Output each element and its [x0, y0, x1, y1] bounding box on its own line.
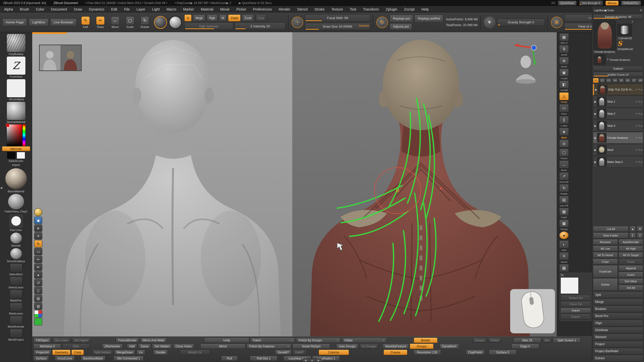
bottom-button[interactable]: BackfaceMask: [81, 356, 105, 361]
bottom-button[interactable]: [460, 344, 510, 349]
bottom-button[interactable]: [106, 356, 112, 361]
material-basic[interactable]: BasicMaterial: [5, 168, 27, 193]
section-header-button[interactable]: Merge: [593, 299, 643, 305]
split-screen-slider[interactable]: Split Screen 1: [553, 338, 581, 343]
grid-button[interactable]: ▦: [558, 264, 570, 272]
pencil-tool[interactable]: ✏: [34, 256, 42, 263]
clipboard-tool[interactable]: ▥: [34, 302, 42, 310]
zadd-chip[interactable]: Zadd: [228, 15, 240, 21]
bottom-button[interactable]: [442, 350, 465, 355]
bottom-button[interactable]: [195, 344, 199, 349]
bottom-button[interactable]: Groups: [472, 338, 487, 343]
bottom-button[interactable]: [85, 350, 91, 355]
dynamic-badge[interactable]: Dynamic: [359, 24, 369, 27]
bottom-button[interactable]: [380, 344, 382, 349]
subtool-action-button[interactable]: All To Home: [593, 252, 618, 258]
bottom-button[interactable]: [146, 350, 152, 355]
default-zscript-button[interactable]: DefaultZScr: [621, 1, 641, 6]
rotate-view-button[interactable]: ↻ Rotate: [558, 184, 570, 195]
menu-item[interactable]: Zscript: [404, 7, 415, 11]
paintbrush-icon[interactable]: ✐: [635, 100, 637, 103]
eye-icon[interactable]: ◉: [594, 161, 596, 163]
resolution-slider[interactable]: Resolution 128: [413, 350, 441, 355]
pencil-icon[interactable]: ✎: [638, 88, 640, 91]
focal-shift-slider[interactable]: Focal Shift -56: [305, 14, 370, 22]
visibility-tab[interactable]: V2: [599, 78, 605, 83]
bottom-button[interactable]: Polish: [488, 338, 501, 343]
lightbox-button[interactable]: LightBox: [29, 19, 49, 26]
line-fill-button[interactable]: ▤ Line Fill: [558, 196, 570, 207]
pencil-icon[interactable]: ✎: [638, 149, 640, 151]
crease-button[interactable]: Crease: [384, 350, 407, 355]
bottom-button[interactable]: ProjectAll: [33, 350, 51, 355]
rotate-mode-button[interactable]: ↻ Rotate: [138, 16, 151, 28]
eye-icon[interactable]: ◉: [594, 100, 596, 103]
new-folder-button[interactable]: New Folder: [593, 233, 629, 238]
bottom-button[interactable]: MergeDown: [114, 350, 136, 355]
bottom-button[interactable]: Min: [542, 338, 552, 343]
menu-item[interactable]: Marker: [183, 7, 194, 11]
gravity-slider[interactable]: Gravity Strength 0: [497, 19, 545, 26]
bottom-button[interactable]: Del Lower: [52, 338, 71, 343]
bottom-button[interactable]: Smart ReSym: [292, 344, 330, 349]
dot-icon[interactable]: ●: [641, 149, 642, 151]
zcut-chip[interactable]: Zcut: [255, 15, 266, 21]
alternate-button[interactable]: Alternate: [2, 146, 30, 151]
subtool-action-button[interactable]: All Low: [593, 246, 618, 251]
paintbrush-icon[interactable]: ✐: [635, 124, 637, 127]
bottom-button[interactable]: StoreMT: [275, 350, 292, 355]
subtool-row[interactable]: ◉ Step 1 ✐ ✎ ●: [593, 96, 643, 107]
fillobject-button[interactable]: FillObject: [33, 338, 51, 343]
trash-tool[interactable]: ▯: [34, 287, 42, 294]
move-mode-button[interactable]: ↔ Move: [109, 16, 122, 28]
aahalf-button[interactable]: ◧ AAHalf: [558, 80, 570, 92]
texture-import-button[interactable]: Import: [560, 308, 591, 313]
replay-last-button[interactable]: ReplayLast: [390, 15, 413, 22]
bottom-button[interactable]: [486, 350, 488, 355]
visible-count-slider[interactable]: Visible Count 13: [593, 72, 643, 77]
material-fabiopaiva-clay2[interactable]: FabioPaiva_Clay2: [5, 194, 27, 213]
bottom-button[interactable]: Del Higher: [72, 338, 91, 343]
move-view-button[interactable]: ↔ Move: [558, 160, 570, 171]
menu-item[interactable]: File: [124, 7, 130, 11]
local-symmetry-button[interactable]: ∥ L.Sym: [558, 116, 570, 127]
bottom-button[interactable]: Surface: [33, 356, 49, 361]
visibility-eye-tool[interactable]: ◉: [34, 217, 42, 224]
alpha-chip[interactable]: A: [184, 15, 191, 21]
dot-icon[interactable]: ●: [641, 137, 642, 139]
bottom-button[interactable]: [211, 350, 274, 355]
dynamic-persp-button[interactable]: ●: [558, 231, 570, 240]
bottom-button[interactable]: Min Connected 1: [113, 356, 144, 361]
collapse-left-tray-icon[interactable]: ◀: [0, 186, 2, 190]
texture-export-button[interactable]: Export: [560, 314, 591, 320]
transparency-button[interactable]: ▩ Transp: [558, 219, 570, 231]
z-intensity-slider[interactable]: Z Intensity 20: [235, 22, 286, 30]
paintbrush-icon[interactable]: ✐: [635, 149, 637, 151]
brush-claybuildup[interactable]: ClayBuildup: [7, 34, 26, 56]
subtool-up-icon[interactable]: ▲: [629, 226, 636, 232]
focal-shift-icon[interactable]: ◔: [292, 17, 303, 28]
paintbrush-icon[interactable]: ✐: [635, 137, 637, 139]
section-header-button[interactable]: Distribute: [593, 327, 643, 333]
subtool-action-button[interactable]: Del All: [619, 285, 643, 291]
bottom-button[interactable]: [331, 344, 335, 349]
bottom-button[interactable]: [92, 338, 115, 343]
close-icon[interactable]: ✕: [640, 9, 642, 12]
bottom-button[interactable]: Polish By Groups: [296, 338, 341, 343]
brush-selectrect[interactable]: SelectRect: [5, 263, 27, 276]
menu-item[interactable]: Texture: [331, 7, 343, 11]
saturation-square[interactable]: [7, 124, 22, 146]
brush-smoothvalleys[interactable]: SmoothValleys: [5, 248, 27, 263]
brush-masklasso[interactable]: MaskLasso: [5, 303, 27, 315]
bottom-button[interactable]: [502, 338, 512, 343]
polyframe-button[interactable]: ▦ PolyF: [558, 208, 570, 219]
subtool-action-button[interactable]: AutoReorder: [619, 239, 643, 245]
subtool-row[interactable]: ◉ Make Step 0 ✐ ✎ ●: [593, 156, 643, 168]
section-header-button[interactable]: Boolean: [593, 306, 643, 312]
bottom-button[interactable]: [168, 338, 203, 343]
subtool-action-button[interactable]: Paste: [619, 259, 643, 264]
xpose-button[interactable]: ✳ Xpose: [558, 252, 570, 263]
floor-button[interactable]: ▭ Floor: [558, 104, 570, 115]
alpha-brushalpha[interactable]: ~BrushAlpha: [7, 79, 26, 101]
pencil-icon[interactable]: ✎: [638, 112, 640, 115]
